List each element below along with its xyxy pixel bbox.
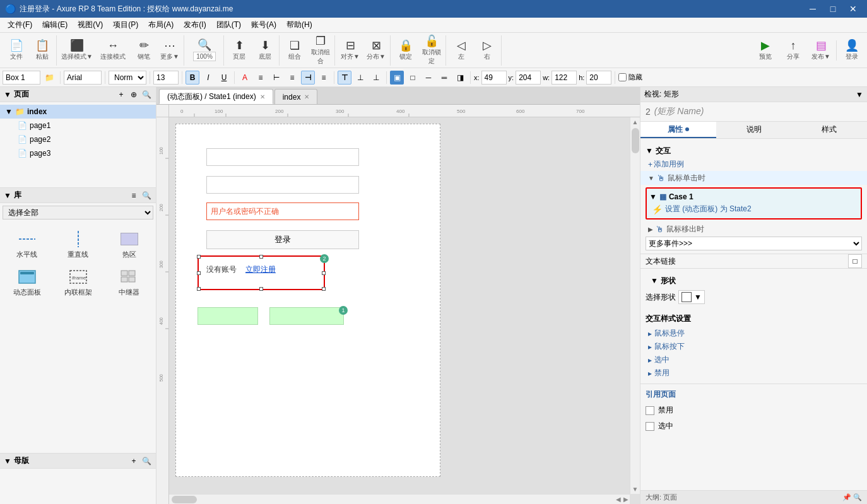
add-case-btn[interactable]: + 添加用例 bbox=[640, 158, 867, 171]
hidden-checkbox[interactable] bbox=[618, 73, 627, 81]
lib-item-dynamic-panel[interactable]: 动态面板 bbox=[3, 265, 51, 300]
toolbar-zoom-btn[interactable]: 🔍 100% bbox=[187, 37, 222, 64]
h-scrollbar-thumb[interactable] bbox=[172, 496, 197, 503]
maximize-button[interactable]: □ bbox=[824, 3, 842, 15]
style-mousedown[interactable]: ▸ 鼠标按下 bbox=[648, 340, 862, 353]
menu-view[interactable]: 视图(V) bbox=[73, 18, 108, 32]
right-tab-style[interactable]: 样式 bbox=[791, 122, 867, 138]
canvas-green-rect-2[interactable] bbox=[269, 307, 344, 325]
font-style-select[interactable]: Normal Bold bbox=[109, 71, 146, 85]
font-family-input[interactable] bbox=[64, 71, 102, 85]
align-left-btn[interactable]: ⊢ bbox=[269, 71, 283, 85]
shape-select-btn[interactable]: ▼ bbox=[678, 290, 705, 304]
mouse-click-event[interactable]: ▼ 🖱 鼠标单击时 bbox=[640, 171, 867, 185]
align-right-btn[interactable]: ⊣ bbox=[301, 71, 315, 85]
bold-btn[interactable]: B bbox=[186, 71, 199, 85]
case-1-title[interactable]: ▼ ▦ Case 1 bbox=[649, 191, 858, 202]
shape-header[interactable]: ▼ 形状 bbox=[646, 274, 862, 288]
right-header-collapse[interactable]: ▼ bbox=[856, 90, 863, 99]
toolbar-new-btn[interactable]: 📄 文件 bbox=[4, 37, 29, 64]
tree-item-page2[interactable]: 📄 page2 bbox=[0, 132, 156, 146]
pages-addchild-btn[interactable]: ⊕ bbox=[128, 89, 139, 100]
scroll-left-arrow[interactable]: ◀ bbox=[616, 496, 621, 503]
toolbar-right-btn[interactable]: ▷ 右 bbox=[475, 37, 500, 64]
lib-item-hotspot[interactable]: 热区 bbox=[105, 227, 153, 262]
right-tab-notes[interactable]: 说明 bbox=[716, 122, 792, 138]
menu-layout[interactable]: 布局(A) bbox=[143, 18, 179, 32]
v-scrollbar[interactable]: ▲ ▼ bbox=[630, 117, 640, 494]
border-style-btn[interactable]: ─ bbox=[422, 71, 435, 85]
menu-help[interactable]: 帮助(H) bbox=[281, 18, 317, 32]
lib-item-horizontal[interactable]: 水平线 bbox=[3, 227, 51, 262]
border-color-btn[interactable]: □ bbox=[406, 71, 420, 85]
x-input[interactable] bbox=[481, 71, 507, 85]
scroll-up-arrow[interactable]: ▲ bbox=[632, 119, 639, 126]
lib-item-repeater[interactable]: 中继器 bbox=[105, 265, 153, 300]
masters-expand-icon[interactable]: ▼ bbox=[4, 457, 11, 466]
tree-item-page3[interactable]: 📄 page3 bbox=[0, 146, 156, 160]
align-center-btn[interactable]: ≡ bbox=[285, 71, 299, 85]
libs-expand-icon[interactable]: ▼ bbox=[4, 191, 11, 200]
case-1-action[interactable]: ⚡ 设置 (动态面板) 为 State2 bbox=[649, 202, 858, 216]
valign-bottom-btn[interactable]: ⊥ bbox=[369, 71, 383, 85]
shadow-btn[interactable]: ◨ bbox=[453, 71, 467, 85]
selected-checkbox[interactable] bbox=[646, 422, 654, 431]
tab-index[interactable]: index ✕ bbox=[274, 89, 318, 104]
status-search-btn[interactable]: 🔍 bbox=[853, 493, 862, 501]
h-input[interactable] bbox=[586, 71, 611, 85]
canvas-container[interactable]: 0 100 200 300 400 500 600 700 bbox=[156, 105, 640, 504]
fill-color-btn[interactable]: ▣ bbox=[390, 71, 404, 85]
lib-item-vertical[interactable]: 重直线 bbox=[54, 227, 102, 262]
style-hover[interactable]: ▸ 鼠标悬停 bbox=[648, 327, 862, 340]
tab-dynpanel-close[interactable]: ✕ bbox=[260, 93, 265, 100]
tab-index-close[interactable]: ✕ bbox=[304, 93, 309, 100]
toolbar-lock-btn[interactable]: 🔒 锁定 bbox=[393, 37, 418, 64]
masters-add-btn[interactable]: + bbox=[128, 455, 139, 467]
valign-mid-btn[interactable]: ⊥ bbox=[353, 71, 367, 85]
tree-item-index[interactable]: ▼ 📁 index bbox=[0, 105, 156, 119]
v-scrollbar-thumb[interactable] bbox=[632, 128, 639, 153]
align-justify-btn[interactable]: ≡ bbox=[317, 71, 331, 85]
underline-btn[interactable]: U bbox=[217, 71, 231, 85]
right-tab-properties[interactable]: 属性 bbox=[640, 122, 716, 138]
libs-select-all[interactable]: 选择全部 bbox=[3, 206, 153, 220]
toolbar-connect-btn[interactable]: ↔ 连接模式 bbox=[95, 37, 131, 64]
widget-name-browse-btn[interactable]: 📁 bbox=[42, 71, 57, 85]
interaction-style-header[interactable]: 交互样式设置 bbox=[640, 312, 867, 325]
menu-publish[interactable]: 发布(I) bbox=[179, 18, 211, 32]
h-scrollbar[interactable]: ◀ ▶ bbox=[169, 494, 630, 504]
toolbar-more-btn[interactable]: ⋯ 更多▼ bbox=[157, 37, 182, 64]
canvas-input-username[interactable] bbox=[206, 148, 359, 166]
toolbar-unlock-btn[interactable]: 🔓 取消锁定 bbox=[419, 37, 444, 64]
zoom-label[interactable]: 100% bbox=[193, 52, 216, 61]
masters-search-btn[interactable]: 🔍 bbox=[141, 455, 152, 467]
menu-project[interactable]: 项目(P) bbox=[108, 18, 143, 32]
font-size-input[interactable] bbox=[153, 71, 179, 85]
tab-dynpanel[interactable]: (动态面板) / State1 (index) ✕ bbox=[159, 89, 273, 104]
toolbar-toplayer-btn[interactable]: ⬆ 页层 bbox=[227, 37, 252, 64]
toolbar-distribute-btn[interactable]: ⊠ 分布▼ bbox=[363, 37, 389, 64]
w-input[interactable] bbox=[551, 71, 577, 85]
italic-btn[interactable]: I bbox=[201, 71, 215, 85]
toolbar-pen-btn[interactable]: ✏ 钢笔 bbox=[131, 37, 156, 64]
pages-expand-icon[interactable]: ▼ bbox=[4, 90, 11, 99]
scroll-down-arrow[interactable]: ▼ bbox=[632, 486, 639, 493]
style-selected[interactable]: ▸ 选中 bbox=[648, 353, 862, 366]
close-button[interactable]: ✕ bbox=[844, 3, 862, 15]
libs-search-btn[interactable]: 🔍 bbox=[141, 190, 152, 201]
style-disabled[interactable]: ▸ 禁用 bbox=[648, 366, 862, 380]
toolbar-publish-btn[interactable]: ▤ 发布▼ bbox=[808, 37, 834, 64]
canvas-login-btn[interactable]: 登录 bbox=[206, 230, 359, 249]
menu-account[interactable]: 账号(A) bbox=[246, 18, 281, 32]
libs-menu-btn[interactable]: ≡ bbox=[128, 190, 139, 201]
menu-file[interactable]: 文件(F) bbox=[3, 18, 37, 32]
pages-delete-btn[interactable]: 🔍 bbox=[141, 89, 152, 100]
font-color-btn[interactable]: A bbox=[238, 71, 252, 85]
interaction-header[interactable]: ▼ 交互 bbox=[640, 144, 867, 158]
text-link-btn[interactable]: □ bbox=[848, 254, 862, 268]
lib-item-inline-frame[interactable]: iframe 内联框架 bbox=[54, 265, 102, 300]
valign-top-btn[interactable]: ⊤ bbox=[338, 71, 351, 85]
toolbar-left-btn[interactable]: ◁ 左 bbox=[449, 37, 474, 64]
toolbar-ungroup-btn[interactable]: ❐ 取消组合 bbox=[308, 37, 333, 64]
toolbar-bottomlayer-btn[interactable]: ⬇ 底层 bbox=[252, 37, 278, 64]
